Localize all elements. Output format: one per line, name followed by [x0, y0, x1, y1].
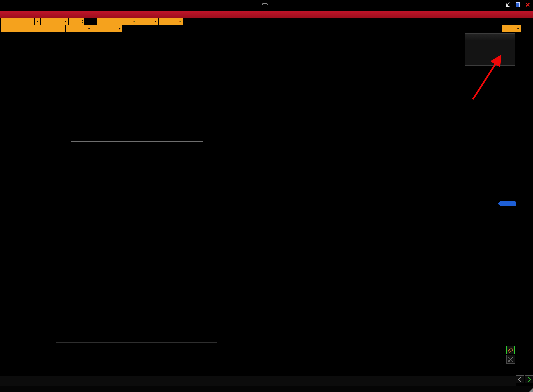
tick-size-display	[85, 18, 96, 25]
timeframe-select[interactable]: ▼	[137, 18, 158, 25]
expand-tool-button[interactable]	[506, 355, 515, 364]
date-from-button[interactable]	[1, 25, 33, 32]
chevron-down-icon[interactable]: ▼	[177, 18, 183, 25]
logo-trading	[262, 3, 268, 5]
app-logo	[0, 1, 533, 7]
symbol-select[interactable]: ▼	[1, 18, 40, 25]
window-controls: ✕	[504, 1, 531, 8]
indicator-select[interactable]: ▼	[159, 18, 183, 25]
trading-chart-app: ✕ ▼ ▼ ▲▼ ▼ ▼ ▼	[0, 0, 533, 392]
cluster-select[interactable]: ▼	[66, 25, 92, 32]
qty-stepper[interactable]: ▲▼	[69, 18, 84, 25]
price-marker-tag	[500, 201, 516, 206]
scroll-left-button[interactable]	[516, 375, 524, 383]
draw-tool-header[interactable]	[465, 34, 515, 40]
profile-dialog	[56, 126, 217, 343]
resize-grip[interactable]	[529, 388, 533, 392]
draw-tool-panel	[465, 33, 515, 66]
close-icon[interactable]: ✕	[524, 1, 531, 8]
chevron-down-icon[interactable]: ▼	[131, 18, 137, 25]
price-scale[interactable]	[516, 33, 533, 386]
chevron-down-icon[interactable]: ▼	[117, 25, 122, 32]
restore-icon[interactable]	[514, 1, 521, 8]
chevron-down-icon[interactable]: ▼	[63, 18, 68, 25]
status-bar	[0, 386, 533, 392]
chevron-down-icon[interactable]: ▼	[515, 25, 521, 32]
date-to-button[interactable]	[33, 25, 65, 32]
titlebar: ✕	[0, 0, 533, 11]
menubar	[0, 11, 533, 18]
toolbar-row-2: ▼ ▼ ▼	[0, 25, 533, 32]
scroll-right-button[interactable]	[525, 375, 533, 383]
timeframe-menu[interactable]: ▼	[97, 18, 137, 25]
volume-select[interactable]: ▼	[92, 25, 122, 32]
profile-settings-panel	[71, 141, 203, 326]
chevron-down-icon[interactable]: ▼	[34, 18, 40, 25]
contract-select[interactable]: ▼	[41, 18, 68, 25]
minimize-icon[interactable]	[504, 1, 511, 8]
time-axis[interactable]	[0, 376, 516, 386]
price-tag-tool-button[interactable]	[506, 346, 515, 354]
chevron-down-icon[interactable]: ▼	[86, 25, 92, 32]
spinner-arrows-icon[interactable]: ▲▼	[80, 18, 84, 25]
toolbar-row-1: ▼ ▼ ▲▼ ▼ ▼ ▼	[0, 18, 533, 25]
chevron-down-icon[interactable]: ▼	[153, 18, 158, 25]
line-tool-select[interactable]: ▼	[502, 25, 521, 32]
